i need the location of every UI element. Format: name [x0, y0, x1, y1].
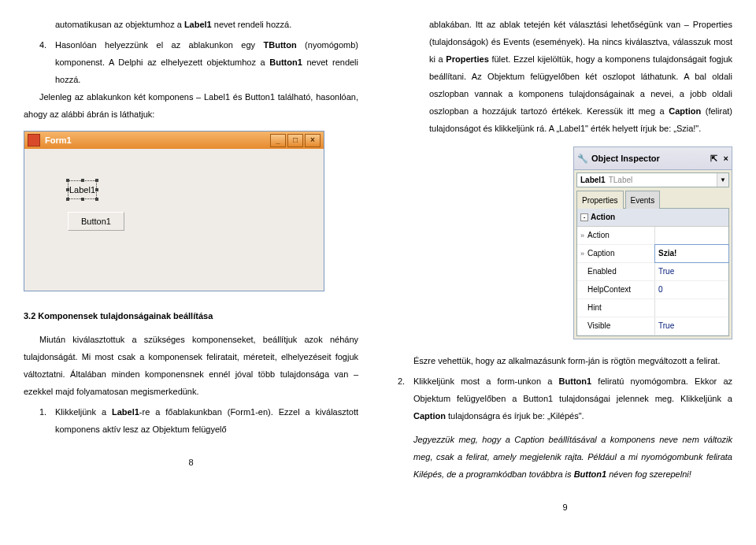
list-number: 4.: [39, 36, 55, 88]
close-icon[interactable]: ×: [724, 150, 728, 167]
form1-button1[interactable]: Button1: [68, 212, 124, 231]
body-text: Miután kiválasztottuk a szükséges kompon…: [24, 331, 358, 400]
form1-titlebar[interactable]: Form1 _ □ ×: [24, 132, 324, 149]
inspector-row[interactable]: »CaptionSzia!: [577, 245, 728, 263]
inspector-titlebar[interactable]: 🔧 Object Inspector ⇱ ×: [574, 147, 732, 170]
inspector-prop-name: »Caption: [577, 245, 655, 262]
list-text: Klikkeljünk most a form-unkon a Button1 …: [413, 373, 732, 425]
list-text: Hasonlóan helyezzünk el az ablakunkon eg…: [55, 36, 358, 88]
page-number: 8: [24, 454, 358, 471]
inspector-prop-name: Enabled: [577, 263, 655, 280]
inspector-prop-value[interactable]: True: [655, 263, 728, 280]
form1-client-area[interactable]: Label1 Button1: [24, 149, 324, 291]
form1-title-text: Form1: [45, 132, 72, 149]
inspector-prop-value[interactable]: True: [655, 317, 728, 335]
list-item-1: 1. Klikkeljünk a Label1-re a főablakunkb…: [39, 403, 358, 438]
body-text: Észre vehettük, hogy az alkalmazásunk fo…: [398, 352, 732, 369]
left-column: automatikusan az objektumhoz a Label1 ne…: [24, 16, 358, 516]
inspector-property-grid: - Action »Action»CaptionSzia!EnabledTrue…: [576, 208, 729, 336]
close-button[interactable]: ×: [305, 134, 321, 147]
inspector-prop-name: »Action: [577, 227, 655, 244]
pin-icon[interactable]: ⇱: [710, 150, 717, 167]
list-item-4: 4. Hasonlóan helyezzünk el az ablakunkon…: [39, 36, 358, 88]
inspector-prop-value[interactable]: Szia!: [655, 245, 728, 262]
inspector-prop-value[interactable]: [655, 227, 728, 244]
inspector-row[interactable]: HelpContext0: [577, 281, 728, 299]
inspector-title-text: Object Inspector: [591, 150, 660, 167]
inspector-prop-name: HelpContext: [577, 281, 655, 298]
body-text: automatikusan az objektumhoz a Label1 ne…: [55, 16, 358, 33]
section-heading: 3.2 Komponensek tulajdonságainak beállít…: [24, 307, 358, 324]
list-number: 2.: [398, 373, 413, 425]
form1-app-icon: [28, 134, 40, 146]
maximize-button[interactable]: □: [287, 134, 303, 147]
chevron-down-icon[interactable]: ▼: [717, 173, 728, 187]
list-text: Klikkeljünk a Label1-re a főablakunkban …: [55, 403, 358, 438]
minimize-button[interactable]: _: [270, 134, 286, 147]
list-item-2: 2. Klikkeljünk most a form-unkon a Butto…: [398, 373, 732, 425]
body-note: Jegyezzük meg, hogy a Caption beállításá…: [413, 431, 732, 483]
page-number: 9: [398, 499, 732, 516]
tab-properties[interactable]: Properties: [576, 191, 624, 209]
inspector-prop-name: Visible: [577, 317, 655, 335]
form1-window: Form1 _ □ × Label1: [24, 131, 324, 291]
object-inspector: 🔧 Object Inspector ⇱ × Label1 TLabel ▼ P…: [573, 146, 732, 339]
collapse-icon[interactable]: -: [580, 213, 588, 221]
inspector-prop-name: Hint: [577, 299, 655, 317]
form1-label1[interactable]: Label1: [68, 180, 97, 199]
tab-events[interactable]: Events: [625, 191, 661, 209]
inspector-component-selector[interactable]: Label1 TLabel ▼: [576, 172, 729, 187]
list-number: 1.: [39, 403, 55, 438]
inspector-section-header[interactable]: - Action: [577, 209, 728, 227]
right-column: ablakában. Itt az ablak tetején két vála…: [398, 16, 732, 516]
body-text: Jelenleg az ablakunkon két komponens – L…: [24, 88, 358, 123]
inspector-icon: 🔧: [577, 150, 588, 167]
inspector-row[interactable]: Hint: [577, 299, 728, 317]
inspector-row[interactable]: VisibleTrue: [577, 317, 728, 336]
inspector-row[interactable]: EnabledTrue: [577, 263, 728, 281]
body-text: ablakában. Itt az ablak tetején két vála…: [429, 16, 732, 137]
inspector-prop-value[interactable]: 0: [655, 281, 728, 298]
inspector-prop-value[interactable]: [655, 299, 728, 317]
inspector-row[interactable]: »Action: [577, 227, 728, 245]
